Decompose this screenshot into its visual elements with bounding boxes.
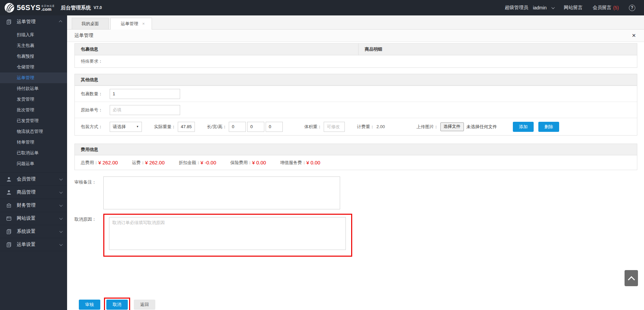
original-no-input[interactable] xyxy=(110,105,180,115)
chevron-down-icon xyxy=(59,190,63,194)
user-name: iadmin xyxy=(533,5,547,10)
brand-name: 56SYS xyxy=(17,4,41,11)
sidebar: 运单管理 扫描入库 无主包裹 包裹预报 仓储管理 运单管理 待付款运单 发货管理… xyxy=(0,15,67,310)
sidebar-item-batch-management[interactable]: 批次管理 xyxy=(0,105,67,115)
sidebar-item-cancelled-waybills[interactable]: 已取消运单 xyxy=(0,148,67,158)
column-header-goods-detail: 商品明细 xyxy=(359,44,637,55)
sidebar-item-pending-payment-waybills[interactable]: 待付款运单 xyxy=(0,83,67,94)
fee-info-section: 费用信息 总费用： ¥ 262.00 运费： ¥ 262.00 折扣金额： ¥ … xyxy=(74,144,637,170)
user-menu[interactable]: 超级管理员 iadmin xyxy=(505,5,554,11)
sidebar-section-finance-management[interactable]: 财务管理 xyxy=(0,199,67,212)
member-messages-link[interactable]: 会员留言 (5) xyxy=(593,5,619,11)
insurance-fee: 保险费用： ¥ 0.00 xyxy=(230,160,266,166)
app-version: V7.0 xyxy=(94,5,102,10)
sidebar-item-shipping-management[interactable]: 发货管理 xyxy=(0,94,67,105)
review-remark-textarea[interactable] xyxy=(103,176,340,209)
product-icon xyxy=(6,190,12,195)
tab-close-icon[interactable]: × xyxy=(142,21,145,26)
actual-weight-input[interactable] xyxy=(178,122,195,132)
actual-weight-label: 实际重量： xyxy=(154,124,176,130)
topbar: 56SYS 全景物流通 .com 后台管理系统 V7.0 超级管理员 iadmi… xyxy=(0,0,644,15)
sidebar-item-warehouse-management[interactable]: 仓储管理 xyxy=(0,62,67,72)
sidebar-item-unclaimed-packages[interactable]: 无主包裹 xyxy=(0,40,67,51)
height-input[interactable] xyxy=(266,122,283,132)
packing-row: 包装方式： 请选择 ▼ 实际重量： 长/宽/高： 体积重： xyxy=(75,118,637,135)
billing-weight-value: 2.00 xyxy=(376,124,385,129)
annotation-highlight-box: 取消 xyxy=(104,298,130,310)
value-added-service-fee: 增值服务费： ¥ 0.00 xyxy=(280,160,320,166)
length-input[interactable] xyxy=(229,122,246,132)
help-icon[interactable]: ? xyxy=(629,5,635,11)
caret-down-icon: ▼ xyxy=(136,125,139,128)
tab-strip: 我的桌面 运单管理× xyxy=(67,15,644,30)
sidebar-section-product-management[interactable]: 商品管理 xyxy=(0,186,67,199)
package-qty-label: 包裹数量： xyxy=(81,91,110,97)
discount-amount: 折扣金额： ¥ -0.00 xyxy=(179,160,216,166)
logo: 56SYS 全景物流通 .com 后台管理系统 V7.0 xyxy=(4,2,102,13)
special-request-row: 特殊要求： xyxy=(75,55,637,67)
sidebar-section-waybill-settings[interactable]: 运单设置 xyxy=(0,238,67,251)
tab-my-desktop[interactable]: 我的桌面 xyxy=(72,18,109,29)
main-area: 我的桌面 运单管理× 运单管理 ✕ 包裹信息 商品明细 特殊要求： 其他信息 包… xyxy=(67,15,644,310)
fee-info-title: 费用信息 xyxy=(75,144,637,155)
original-no-row: 原始单号： xyxy=(75,102,637,118)
total-fee-value: ¥ 262.00 xyxy=(98,160,118,165)
cancel-reason-textarea[interactable] xyxy=(109,217,346,250)
width-input[interactable] xyxy=(247,122,264,132)
discount-amount-value: ¥ -0.00 xyxy=(201,160,216,165)
sidebar-item-transfer-management[interactable]: 转单管理 xyxy=(0,137,67,148)
panel-header: 运单管理 ✕ xyxy=(67,30,644,42)
package-qty-row: 包裹数量： xyxy=(75,86,637,102)
sidebar-item-shipped-management[interactable]: 已发货管理 xyxy=(0,115,67,126)
sidebar-section-member-management[interactable]: 会员管理 xyxy=(0,173,67,186)
add-button[interactable]: 添加 xyxy=(513,122,534,132)
website-icon xyxy=(6,216,12,221)
value-added-service-fee-value: ¥ 0.00 xyxy=(306,160,320,165)
waybill-submenu: 扫描入库 无主包裹 包裹预报 仓储管理 运单管理 待付款运单 发货管理 批次管理… xyxy=(0,28,67,172)
packing-select[interactable]: 请选择 ▼ xyxy=(110,122,142,132)
brand-domain: .com xyxy=(41,7,51,11)
original-no-label: 原始单号： xyxy=(81,107,110,113)
finance-icon xyxy=(6,203,12,208)
choose-file-button[interactable]: 选择文件 xyxy=(440,122,464,131)
package-table: 包裹信息 商品明细 特殊要求： xyxy=(74,43,637,68)
delete-button[interactable]: 删除 xyxy=(538,122,559,132)
package-qty-input[interactable] xyxy=(110,89,180,99)
billing-weight-label: 计费重： xyxy=(357,124,374,130)
other-info-title: 其他信息 xyxy=(75,74,637,86)
sidebar-section-waybill-management[interactable]: 运单管理 xyxy=(0,15,67,28)
shipping-fee-value: ¥ 262.00 xyxy=(145,160,164,165)
cancel-reason-row: 取消原因： xyxy=(74,214,637,257)
system-settings-icon xyxy=(6,229,12,235)
sidebar-item-problem-waybills[interactable]: 问题运单 xyxy=(0,158,67,169)
back-button[interactable]: 返回 xyxy=(134,300,155,310)
review-button[interactable]: 审核 xyxy=(79,300,100,310)
chevron-down-icon xyxy=(59,229,63,233)
shipping-fee: 运费： ¥ 262.00 xyxy=(132,160,164,166)
scroll-to-top-button[interactable] xyxy=(625,270,638,286)
content: 包裹信息 商品明细 特殊要求： 其他信息 包裹数量： 原始单号： 包装方式： 请… xyxy=(67,42,644,310)
page-title: 运单管理 xyxy=(74,33,93,39)
total-fee: 总费用： ¥ 262.00 xyxy=(81,160,118,166)
brand-logo-icon xyxy=(4,2,15,13)
cancel-reason-label: 取消原因： xyxy=(74,214,103,257)
review-remark-row: 审核备注： xyxy=(74,176,637,209)
sidebar-item-scan-inbound[interactable]: 扫描入库 xyxy=(0,30,67,40)
dims-label: 长/宽/高： xyxy=(207,124,227,130)
close-icon[interactable]: ✕ xyxy=(632,33,636,39)
chevron-up-icon xyxy=(628,276,635,283)
sidebar-section-website-settings[interactable]: 网站设置 xyxy=(0,212,67,225)
other-info-section: 其他信息 包裹数量： 原始单号： 包装方式： 请选择 ▼ 实际重量： 长/宽/高… xyxy=(74,74,637,136)
volume-weight-input[interactable] xyxy=(324,122,345,132)
cancel-button[interactable]: 取消 xyxy=(106,300,128,310)
sidebar-item-logistics-status[interactable]: 物流状态管理 xyxy=(0,126,67,137)
packing-label: 包装方式： xyxy=(81,124,110,130)
sidebar-item-waybill-management[interactable]: 运单管理 xyxy=(0,72,67,83)
site-messages-link[interactable]: 网站留言 xyxy=(564,5,583,11)
sidebar-section-system-settings[interactable]: 系统设置 xyxy=(0,225,67,238)
tab-waybill-management[interactable]: 运单管理× xyxy=(110,18,152,30)
action-buttons: 审核 取消 返回 xyxy=(74,298,637,310)
sidebar-item-package-forecast[interactable]: 包裹预报 xyxy=(0,51,67,62)
waybill-icon xyxy=(6,19,12,25)
chevron-down-icon xyxy=(59,216,63,220)
